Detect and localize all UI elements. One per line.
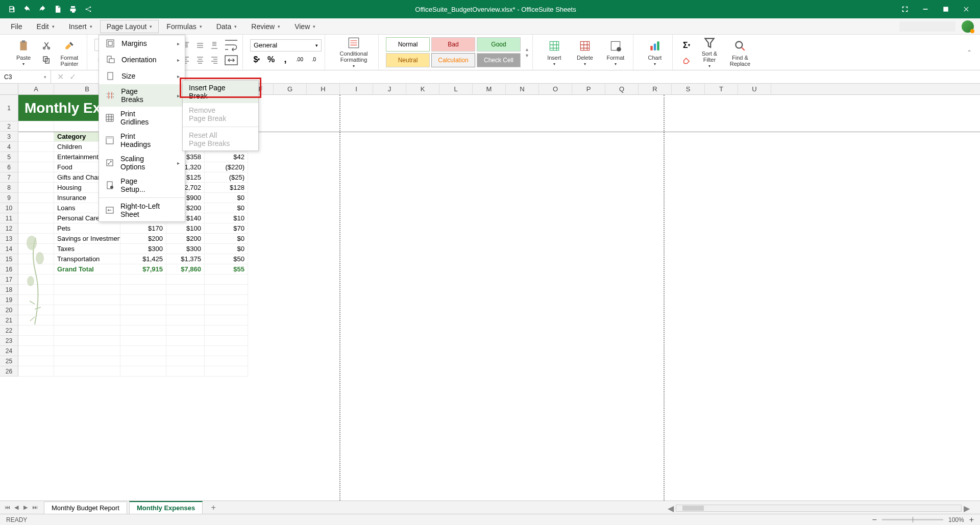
format-button[interactable]: Format▾ [601,37,630,68]
col-header[interactable]: P [572,84,605,94]
col-header[interactable]: M [473,84,506,94]
cell-diff[interactable]: ($25) [205,172,248,183]
style-normal[interactable]: Normal [386,37,430,52]
cell-category[interactable]: Savings or Investmen [54,234,120,244]
col-header[interactable]: N [506,84,539,94]
row-header[interactable]: 3 [0,132,18,142]
cell-cost[interactable]: $170 [120,223,166,234]
tab-last-icon[interactable]: ⏭ [31,504,39,511]
zoom-in-button[interactable]: + [969,515,974,524]
print-icon[interactable] [67,4,79,15]
format-painter-button[interactable]: Format Painter [55,37,84,68]
dd-margins[interactable]: Margins▸ [99,35,185,52]
cell-category[interactable]: Taxes [54,244,120,254]
cell-diff[interactable]: ($220) [205,162,248,172]
tab-prev-icon[interactable]: ◀ [12,504,20,511]
row-header[interactable]: 10 [0,203,18,213]
copy-icon[interactable] [40,53,53,66]
align-right-icon[interactable] [208,53,221,66]
close-icon[interactable] [958,4,975,15]
cell-diff[interactable]: $10 [205,213,248,223]
col-header[interactable]: R [639,84,672,94]
cell-diff[interactable]: $50 [205,254,248,264]
row-header[interactable]: 19 [0,295,18,305]
cell-diff[interactable]: $0 [205,203,248,213]
col-header[interactable]: J [373,84,406,94]
hscroll-right-icon[interactable]: ▶ [964,504,970,513]
row-header[interactable]: 4 [0,142,18,152]
cell-actual[interactable]: $300 [166,244,205,254]
minimize-icon[interactable] [917,4,934,15]
find-replace-button[interactable]: Find & Replace [726,37,754,68]
row-header[interactable]: 9 [0,193,18,203]
col-header[interactable]: U [738,84,771,94]
paste-button[interactable]: Paste▾ [9,37,38,68]
col-header[interactable]: S [672,84,705,94]
grand-total-label[interactable]: Grand Total [54,264,120,274]
cell-diff[interactable]: $0 [205,234,248,244]
cancel-formula-icon[interactable]: ✕ [55,72,65,82]
menu-review[interactable]: Review▾ [244,20,287,33]
dd-rtl-sheet[interactable]: Right-to-Left Sheet [99,199,185,221]
cell-actual[interactable]: $1,375 [166,254,205,264]
cell-diff[interactable]: $42 [205,152,248,162]
style-good[interactable]: Good [477,37,521,52]
dd-page-setup[interactable]: Page Setup... [99,174,185,196]
row-header[interactable]: 13 [0,234,18,244]
menu-page-layout[interactable]: Page Layout▾ [100,20,159,33]
dd-orientation[interactable]: Orientation▸ [99,52,185,68]
tab-monthly-budget-report[interactable]: Monthly Budget Report [44,502,127,514]
avatar[interactable] [962,20,974,33]
name-box[interactable]: C3▾ [0,70,51,83]
menu-formulas[interactable]: Formulas▾ [160,20,208,33]
hscroll-left-icon[interactable]: ◀ [668,504,674,513]
tab-monthly-expenses[interactable]: Monthly Expenses [129,501,203,514]
accept-formula-icon[interactable]: ✓ [67,72,78,82]
align-middle-icon[interactable] [193,39,207,52]
row-header[interactable]: 23 [0,336,18,346]
decrease-decimal-icon[interactable]: .0 [307,54,321,66]
share-icon[interactable] [83,4,94,15]
new-icon[interactable] [52,4,63,15]
menu-insert[interactable]: Insert▾ [62,20,99,33]
col-header[interactable]: L [439,84,473,94]
menu-file[interactable]: File [4,20,29,33]
cell-cost[interactable]: $200 [120,234,166,244]
undo-icon[interactable] [21,4,33,15]
cell-diff[interactable]: $70 [205,223,248,234]
dd-insert-page-break[interactable]: Insert Page Break [183,81,258,103]
zoom-slider[interactable] [882,519,943,520]
maximize-icon[interactable] [937,4,954,15]
tab-first-icon[interactable]: ⏮ [3,504,11,511]
zoom-out-button[interactable]: − [872,515,877,524]
select-all-corner[interactable] [0,84,18,94]
row-header[interactable]: 22 [0,326,18,336]
style-calculation[interactable]: Calculation [431,53,475,67]
col-header[interactable]: O [539,84,572,94]
dd-print-gridlines[interactable]: Print Gridlines [99,107,185,129]
increase-decimal-icon[interactable]: .00 [293,54,306,66]
col-header[interactable]: Q [605,84,639,94]
col-header[interactable]: A [18,84,54,94]
row-header[interactable]: 6 [0,162,18,172]
col-header[interactable]: T [705,84,738,94]
style-bad[interactable]: Bad [431,37,475,52]
number-format-select[interactable]: General▾ [250,39,322,52]
add-sheet-button[interactable]: + [207,503,220,512]
tab-next-icon[interactable]: ▶ [21,504,30,511]
menu-view[interactable]: View▾ [288,20,322,33]
styles-scroll-down-icon[interactable]: ▼ [525,53,529,58]
fullscreen-icon[interactable] [896,4,914,15]
col-header[interactable]: K [406,84,439,94]
row-header[interactable]: 8 [0,183,18,193]
dd-scaling-options[interactable]: Scaling Options▸ [99,152,185,174]
redo-icon[interactable] [37,4,48,15]
row-header[interactable]: 24 [0,346,18,356]
cut-icon[interactable] [40,39,53,52]
cell-actual[interactable]: $200 [166,234,205,244]
align-center-icon[interactable] [193,53,207,66]
menu-edit[interactable]: Edit▾ [30,20,61,33]
zoom-level[interactable]: 100% [948,516,964,523]
currency-icon[interactable]: $▾ [250,54,263,66]
row-header[interactable]: 12 [0,223,18,234]
